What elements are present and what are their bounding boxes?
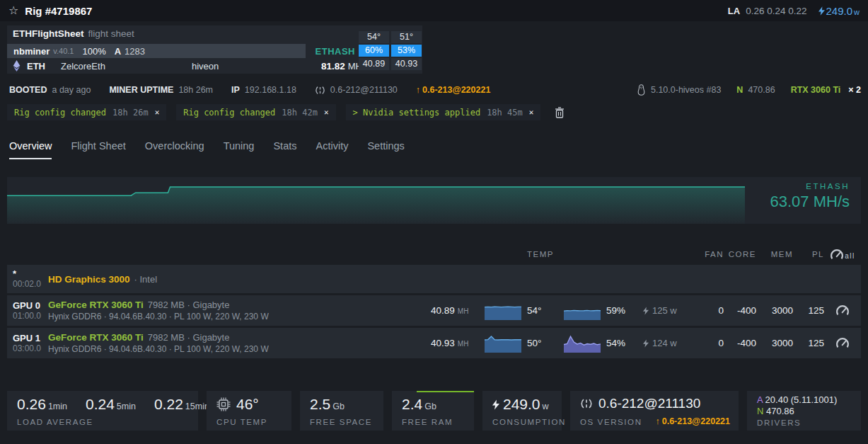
free-ram-unit: Gb xyxy=(424,402,436,411)
load-average-card-label: LOAD AVERAGE xyxy=(17,418,93,426)
event-time: 18h 45m xyxy=(487,108,523,118)
os-upgrade-version: 0.6-213@220221 xyxy=(662,416,730,426)
ip-label: IP xyxy=(231,85,240,95)
gpu-fan: 54% xyxy=(601,338,633,348)
power-indicator: 249.0 w xyxy=(818,5,860,17)
free-ram-indicator xyxy=(417,391,474,392)
coin-row: ETH ZelcoreEth hiveon 81.82MH xyxy=(13,59,362,72)
event-text: Rig config changed xyxy=(14,108,106,118)
gpu-hashrate: 40.93 MH xyxy=(431,338,485,348)
gpu-name-link[interactable]: GeForce RTX 3060 Ti xyxy=(48,300,144,310)
free-space-unit: Gb xyxy=(332,402,345,411)
tab-tuning[interactable]: Tuning xyxy=(224,140,255,159)
oc-gpu-button[interactable] xyxy=(824,305,861,316)
gpu-bus-id: 03:00.0 xyxy=(13,343,48,354)
gpu-id-cell: GPU 0 01:00.0 xyxy=(7,300,48,321)
miner-version: v.40.1 xyxy=(53,47,74,55)
rig-ip: IP 192.168.1.18 xyxy=(231,85,296,95)
miner-row: nbminer v.40.1 100% A 1283 ETHASH xyxy=(7,44,362,58)
gpu0-mini-fan: 60% xyxy=(359,45,389,57)
accepted-shares: A 1283 xyxy=(115,46,145,57)
load-average-card: 0.261min 0.245min 0.2215min LOAD AVERAGE xyxy=(7,391,198,431)
gpu-table: TEMP FAN CORE MEM PL all * 00:02.0 HD Gr… xyxy=(7,244,861,360)
tab-overview[interactable]: Overview xyxy=(9,140,52,159)
gpu-name-cell: HD Graphics 3000· Intel xyxy=(48,274,861,285)
free-space-card: 2.5Gb FREE SPACE xyxy=(300,391,383,431)
consumption-value: 249.0 xyxy=(503,396,540,413)
accepted-shares-label: A xyxy=(115,46,121,57)
cpu-temp-value: 46° xyxy=(236,396,259,413)
tab-overclocking[interactable]: Overclocking xyxy=(145,140,204,159)
gpu-model: RTX 3060 Ti xyxy=(791,85,841,95)
drivers-card-label: DRIVERS xyxy=(757,419,851,427)
flight-sheet-card: ETHFlightSheetflight sheet nbminer v.40.… xyxy=(7,25,422,74)
miner-name: nbminer xyxy=(13,46,50,57)
gpu-name-link[interactable]: GeForce RTX 3060 Ti xyxy=(48,332,144,343)
clear-events-button[interactable] xyxy=(555,107,565,118)
gpu-fan: 59% xyxy=(601,305,633,316)
gpu-power: 125 w xyxy=(643,305,698,316)
os-upgrade-link[interactable]: ↑ 0.6-213@220221 xyxy=(655,416,730,426)
nvidia-driver-version: 470.86 xyxy=(748,85,775,95)
eth-icon xyxy=(13,60,21,72)
gpu-name-link[interactable]: HD Graphics 3000 xyxy=(48,274,130,285)
os-version-card-label: OS VERSION xyxy=(580,418,642,426)
bolt-icon xyxy=(492,399,499,410)
chart-algo-label: ETHASH xyxy=(770,182,850,190)
close-icon[interactable]: ✕ xyxy=(529,108,534,117)
os-upgrade-link[interactable]: ↑ 0.6-213@220221 xyxy=(416,85,491,95)
gpu-temp: 54° xyxy=(521,305,552,316)
gpu-bus-id: 00:02.0 xyxy=(13,279,48,290)
gpu-row-integrated: * 00:02.0 HD Graphics 3000· Intel xyxy=(7,265,861,293)
gpu-index: GPU 0 xyxy=(13,300,48,311)
gpu-memory-vendor: 7982 MB · Gigabyte xyxy=(148,332,230,343)
kernel-version: 5.10.0-hiveos #83 xyxy=(651,85,721,95)
close-icon[interactable]: ✕ xyxy=(324,108,329,117)
gpu-row-0: GPU 0 01:00.0 GeForce RTX 3060 Ti7982 MB… xyxy=(7,295,861,326)
power-unit: w xyxy=(854,8,860,16)
amd-driver-value: 20.40 (5.11.1001) xyxy=(765,394,838,405)
free-ram-value: 2.4 xyxy=(402,396,422,413)
favorite-star-icon[interactable]: ☆ xyxy=(8,5,18,16)
event-tags: Rig config changed 18h 26m ✕ Rig config … xyxy=(7,104,565,120)
event-tag[interactable]: > Nvidia settings applied 18h 45m ✕ xyxy=(346,104,541,120)
hiveos-icon xyxy=(315,85,325,96)
tab-flight-sheet[interactable]: Flight Sheet xyxy=(71,140,125,159)
miner-algo: ETHASH xyxy=(316,46,355,57)
fan-sparkline xyxy=(564,334,601,353)
hashrate-chart xyxy=(7,177,745,224)
cpu-temp-card: 46° CPU TEMP xyxy=(207,391,291,431)
event-tag[interactable]: Rig config changed 18h 26m ✕ xyxy=(7,104,166,120)
gauge-icon xyxy=(835,338,850,348)
close-icon[interactable]: ✕ xyxy=(155,108,160,117)
miner-progress-bar[interactable]: nbminer v.40.1 100% A 1283 xyxy=(7,44,306,58)
tab-stats[interactable]: Stats xyxy=(273,140,296,159)
event-time: 18h 26m xyxy=(112,108,149,118)
load-5min-value: 0.24 xyxy=(86,396,115,413)
event-tag[interactable]: Rig config changed 18h 42m ✕ xyxy=(176,104,335,120)
booted-status: BOOTED a day ago xyxy=(9,85,91,95)
coin-symbol: ETH xyxy=(27,61,61,72)
oc-all-label: all xyxy=(845,252,855,260)
oc-all-button[interactable]: all xyxy=(824,249,861,260)
gpu1-mini-temp: 51° xyxy=(391,31,422,43)
gpu-details: Hynix GDDR6 · 94.04.6B.40.30 · PL 100 W,… xyxy=(48,312,431,321)
gpu-count: × 2 xyxy=(848,85,861,95)
gpu-index: * xyxy=(13,268,48,279)
gauge-icon xyxy=(830,249,844,260)
oc-fan-value: 0 xyxy=(698,305,724,316)
free-ram-card: 2.4Gb FREE RAM xyxy=(392,391,474,431)
accepted-shares-value: 1283 xyxy=(125,46,145,57)
oc-core-value: -400 xyxy=(724,338,756,348)
rig-title: Rig #4719867 xyxy=(25,5,92,17)
load-15min-value: 0.22 xyxy=(154,396,183,413)
oc-gpu-button[interactable] xyxy=(824,338,861,348)
gpu-temp: 50° xyxy=(521,338,552,348)
gpu-power: 124 w xyxy=(643,338,698,348)
tab-activity[interactable]: Activity xyxy=(316,140,349,159)
tab-settings[interactable]: Settings xyxy=(367,140,404,159)
amd-driver-label: A xyxy=(757,394,763,405)
flight-sheet-title: ETHFlightSheetflight sheet xyxy=(13,28,134,39)
gpu-power-value: 125 w xyxy=(652,305,677,316)
gpu-bus-id: 01:00.0 xyxy=(13,311,48,321)
